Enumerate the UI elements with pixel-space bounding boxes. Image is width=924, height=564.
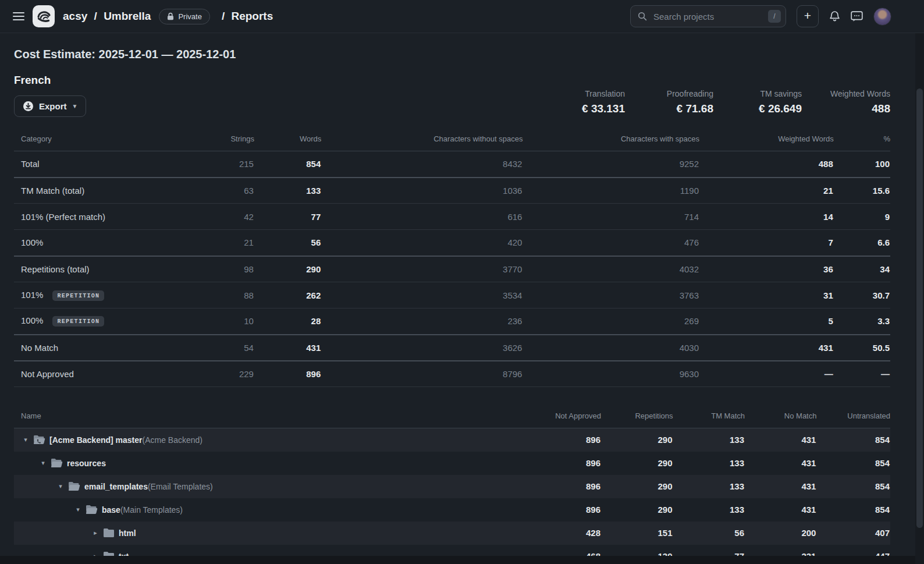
caret-collapsed-icon[interactable]: ▸ (90, 552, 101, 556)
caret-expanded-icon[interactable]: ▾ (20, 436, 31, 444)
file-tree-row[interactable]: ▾email_templates(Email Templates)8962901… (14, 475, 890, 498)
app-logo[interactable] (33, 5, 55, 27)
column-header-untranslated: Untranslated (816, 407, 890, 428)
cost-cell-percent: 100 (834, 151, 890, 178)
file-cell-not-approved: 896 (525, 475, 601, 498)
user-avatar[interactable] (873, 8, 891, 26)
app-window: acsy / Umbrella Private / Reports / (0, 0, 924, 556)
tree-node: ▸txt (15, 551, 524, 556)
cost-cell-percent: 3.3 (834, 308, 890, 335)
column-header-not-approved: Not Approved (525, 407, 601, 428)
search-box[interactable]: / (630, 5, 786, 27)
scrollbar-track[interactable] (915, 33, 924, 564)
scrollbar-thumb[interactable] (916, 88, 923, 528)
cost-cell-percent: 50.5 (834, 335, 890, 361)
cost-table-row: 101% (Perfect match)4277616714149 (14, 204, 890, 230)
column-header-weighted-words: Weighted Words (699, 130, 834, 151)
cost-table-row: 100%215642047676.6 (14, 230, 890, 256)
caret-collapsed-icon[interactable]: ▸ (90, 529, 101, 537)
file-cell-repetitions: 290 (601, 475, 673, 498)
search-input[interactable] (652, 11, 763, 22)
file-cell-tm-match: 133 (673, 498, 745, 522)
column-header-chars-with-spaces: Characters with spaces (523, 130, 699, 151)
cost-cell-strings: 54 (164, 335, 254, 361)
file-cell-name: ▾email_templates(Email Templates) (14, 475, 525, 498)
create-project-button[interactable]: + (797, 5, 819, 27)
cost-cell-words: 77 (254, 204, 321, 230)
cost-table-body: Total21585484329252488100TM Match (total… (14, 151, 890, 387)
cost-cell-category: 101%REPETITION (14, 282, 164, 308)
cost-cell-strings: 42 (164, 204, 254, 230)
file-cell-no-match: 431 (745, 452, 816, 475)
cost-cell-words: 431 (254, 335, 321, 361)
chat-bubble-icon (851, 11, 863, 22)
lock-icon (167, 12, 174, 20)
file-cell-untranslated: 407 (816, 522, 890, 545)
stat-value: € 71.68 (625, 102, 713, 115)
breadcrumb-section: / Reports (218, 10, 273, 23)
file-tree-row[interactable]: ▸html42815156200407 (14, 522, 890, 545)
cost-cell-category: Not Approved (14, 361, 164, 387)
file-cell-untranslated: 854 (816, 452, 890, 475)
file-cell-tm-match: 133 (673, 475, 745, 498)
file-cell-untranslated: 854 (816, 475, 890, 498)
folder-open-icon (86, 505, 98, 515)
cost-cell-category: TM Match (total) (14, 178, 164, 204)
cost-cell-strings: 215 (164, 151, 254, 178)
cost-cell-words: 133 (254, 178, 321, 204)
column-header-tm-match: TM Match (673, 407, 745, 428)
folder-icon (103, 551, 115, 556)
caret-expanded-icon[interactable]: ▾ (73, 506, 83, 513)
file-tree-row[interactable]: ▾base(Main Templates)896290133431854 (14, 498, 890, 522)
file-breakdown-table: Name Not Approved Repetitions TM Match N… (14, 407, 890, 556)
cost-cell-percent: 15.6 (834, 178, 890, 204)
file-cell-untranslated: 854 (816, 428, 890, 452)
topbar-actions: / + (630, 5, 891, 27)
cost-cell-words: 290 (254, 256, 321, 282)
file-cell-no-match: 431 (745, 498, 816, 522)
stat-weighted-words: Weighted Words 488 (802, 89, 890, 115)
file-cell-no-match: 231 (745, 545, 816, 556)
file-tree-row[interactable]: ▸txt46813977231447 (14, 545, 890, 556)
category-label: TM Match (total) (21, 186, 84, 196)
cost-cell-chars-with-spaces: 4030 (523, 335, 699, 361)
cost-cell-percent: 34 (834, 256, 890, 282)
category-label: Repetitions (total) (21, 264, 90, 274)
logo-swirl-icon (36, 9, 51, 24)
caret-expanded-icon[interactable]: ▾ (38, 459, 48, 467)
caret-expanded-icon[interactable]: ▾ (55, 483, 66, 490)
file-cell-name: ▾resources (14, 452, 525, 475)
column-header-words: Words (254, 130, 321, 151)
file-tree-row[interactable]: ▾[Acme Backend] master(Acme Backend)8962… (14, 428, 890, 452)
cost-cell-words: 262 (254, 282, 321, 308)
cost-cell-weighted-words: 488 (699, 151, 834, 178)
file-cell-no-match: 200 (745, 522, 816, 545)
file-cell-repetitions: 290 (601, 452, 673, 475)
breadcrumb-section-label: Reports (231, 10, 273, 22)
file-cell-name: ▾base(Main Templates) (14, 498, 525, 522)
breadcrumb-project[interactable]: Umbrella (104, 10, 151, 22)
cost-table-row: Not Approved22989687969630—— (14, 361, 890, 387)
cost-cell-weighted-words: 431 (699, 335, 834, 361)
notifications-button[interactable] (829, 10, 840, 22)
privacy-badge: Private (159, 9, 209, 24)
hamburger-menu-icon[interactable] (13, 12, 24, 20)
tree-node: ▾[Acme Backend] master(Acme Backend) (15, 435, 524, 445)
messages-button[interactable] (851, 11, 863, 22)
file-cell-untranslated: 447 (816, 545, 890, 556)
cost-cell-chars-without-spaces: 236 (321, 308, 523, 335)
category-label: 100% (21, 237, 43, 247)
cost-cell-weighted-words: 14 (699, 204, 834, 230)
category-label: 101% (21, 290, 43, 300)
breadcrumb-org[interactable]: acsy (63, 10, 87, 22)
file-cell-tm-match: 133 (673, 428, 745, 452)
file-cell-no-match: 431 (745, 428, 816, 452)
stat-label: Weighted Words (802, 89, 890, 98)
export-button[interactable]: Export ▼ (14, 95, 86, 117)
cost-cell-category: 101% (Perfect match) (14, 204, 164, 230)
file-tree-row[interactable]: ▾resources896290133431854 (14, 452, 890, 475)
top-navigation-bar: acsy / Umbrella Private / Reports / (0, 0, 924, 33)
cost-table-row: No Match544313626403043150.5 (14, 335, 890, 361)
stat-tm-savings: TM savings € 26.649 (713, 89, 802, 115)
download-icon (23, 101, 34, 112)
